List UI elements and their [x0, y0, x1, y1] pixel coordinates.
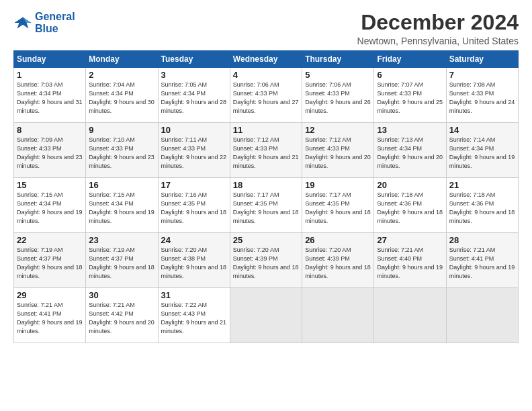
day-info: Sunrise: 7:15 AMSunset: 4:34 PMDaylight:…: [89, 191, 154, 224]
calendar-cell: 22 Sunrise: 7:19 AMSunset: 4:37 PMDaylig…: [14, 233, 86, 288]
day-info: Sunrise: 7:18 AMSunset: 4:36 PMDaylight:…: [377, 191, 443, 224]
day-number: 31: [161, 290, 227, 300]
calendar-cell: 9 Sunrise: 7:10 AMSunset: 4:33 PMDayligh…: [86, 123, 158, 178]
calendar-table: Sunday Monday Tuesday Wednesday Thursday…: [13, 50, 519, 343]
day-number: 2: [89, 70, 154, 80]
col-sunday: Sunday: [14, 51, 86, 68]
day-number: 8: [17, 125, 83, 135]
calendar-cell: 30 Sunrise: 7:21 AMSunset: 4:42 PMDaylig…: [86, 288, 158, 343]
day-number: 30: [89, 290, 154, 300]
day-number: 18: [233, 180, 299, 190]
logo-bird-icon: [13, 13, 32, 32]
day-number: 27: [377, 235, 443, 245]
calendar-cell: [230, 288, 302, 343]
day-info: Sunrise: 7:15 AMSunset: 4:34 PMDaylight:…: [17, 191, 83, 224]
day-info: Sunrise: 7:16 AMSunset: 4:35 PMDaylight:…: [161, 191, 227, 224]
day-number: 3: [161, 70, 227, 80]
day-info: Sunrise: 7:20 AMSunset: 4:39 PMDaylight:…: [233, 246, 299, 279]
day-number: 28: [449, 235, 515, 245]
day-number: 14: [449, 125, 515, 135]
day-number: 13: [377, 125, 443, 135]
calendar-cell: 31 Sunrise: 7:22 AMSunset: 4:43 PMDaylig…: [158, 288, 230, 343]
day-info: Sunrise: 7:20 AMSunset: 4:39 PMDaylight:…: [305, 246, 371, 279]
day-number: 21: [449, 180, 515, 190]
day-number: 17: [161, 180, 227, 190]
calendar-cell: 5 Sunrise: 7:06 AMSunset: 4:33 PMDayligh…: [302, 68, 374, 123]
calendar-cell: 13 Sunrise: 7:13 AMSunset: 4:34 PMDaylig…: [374, 123, 446, 178]
calendar-week-3: 15 Sunrise: 7:15 AMSunset: 4:34 PMDaylig…: [14, 178, 519, 233]
day-number: 22: [17, 235, 83, 245]
calendar-cell: 4 Sunrise: 7:06 AMSunset: 4:33 PMDayligh…: [230, 68, 302, 123]
day-info: Sunrise: 7:21 AMSunset: 4:42 PMDaylight:…: [89, 302, 154, 334]
calendar-cell: 28 Sunrise: 7:21 AMSunset: 4:41 PMDaylig…: [446, 233, 518, 288]
day-info: Sunrise: 7:07 AMSunset: 4:33 PMDaylight:…: [377, 81, 443, 114]
logo-text: General Blue: [35, 11, 75, 34]
logo: General Blue: [13, 11, 75, 34]
day-info: Sunrise: 7:21 AMSunset: 4:40 PMDaylight:…: [377, 246, 443, 279]
col-saturday: Saturday: [446, 51, 518, 68]
calendar-cell: 3 Sunrise: 7:05 AMSunset: 4:34 PMDayligh…: [158, 68, 230, 123]
day-info: Sunrise: 7:21 AMSunset: 4:41 PMDaylight:…: [17, 302, 83, 334]
calendar-cell: 21 Sunrise: 7:18 AMSunset: 4:36 PMDaylig…: [446, 178, 518, 233]
calendar-cell: 12 Sunrise: 7:12 AMSunset: 4:33 PMDaylig…: [302, 123, 374, 178]
col-tuesday: Tuesday: [158, 51, 230, 68]
calendar-cell: 23 Sunrise: 7:19 AMSunset: 4:37 PMDaylig…: [86, 233, 158, 288]
calendar-cell: [374, 288, 446, 343]
col-thursday: Thursday: [302, 51, 374, 68]
calendar-week-2: 8 Sunrise: 7:09 AMSunset: 4:33 PMDayligh…: [14, 123, 519, 178]
day-info: Sunrise: 7:05 AMSunset: 4:34 PMDaylight:…: [161, 81, 227, 114]
calendar-page: General Blue December 2024 Newtown, Penn…: [0, 0, 532, 411]
calendar-cell: 8 Sunrise: 7:09 AMSunset: 4:33 PMDayligh…: [14, 123, 86, 178]
day-number: 24: [161, 235, 227, 245]
day-info: Sunrise: 7:18 AMSunset: 4:36 PMDaylight:…: [449, 191, 515, 224]
location: Newtown, Pennsylvania, United States: [357, 36, 519, 46]
calendar-cell: 6 Sunrise: 7:07 AMSunset: 4:33 PMDayligh…: [374, 68, 446, 123]
day-number: 7: [449, 70, 515, 80]
day-number: 4: [233, 70, 299, 80]
day-number: 25: [233, 235, 299, 245]
calendar-week-4: 22 Sunrise: 7:19 AMSunset: 4:37 PMDaylig…: [14, 233, 519, 288]
day-info: Sunrise: 7:08 AMSunset: 4:33 PMDaylight:…: [449, 81, 515, 114]
col-monday: Monday: [86, 51, 158, 68]
day-info: Sunrise: 7:12 AMSunset: 4:33 PMDaylight:…: [305, 136, 371, 169]
calendar-cell: 2 Sunrise: 7:04 AMSunset: 4:34 PMDayligh…: [86, 68, 158, 123]
day-number: 10: [161, 125, 227, 135]
day-number: 29: [17, 290, 83, 300]
calendar-cell: [446, 288, 518, 343]
day-info: Sunrise: 7:19 AMSunset: 4:37 PMDaylight:…: [17, 246, 83, 279]
calendar-week-1: 1 Sunrise: 7:03 AMSunset: 4:34 PMDayligh…: [14, 68, 519, 123]
day-info: Sunrise: 7:20 AMSunset: 4:38 PMDaylight:…: [161, 246, 227, 279]
day-number: 12: [305, 125, 371, 135]
calendar-cell: 1 Sunrise: 7:03 AMSunset: 4:34 PMDayligh…: [14, 68, 86, 123]
calendar-cell: 24 Sunrise: 7:20 AMSunset: 4:38 PMDaylig…: [158, 233, 230, 288]
calendar-cell: 27 Sunrise: 7:21 AMSunset: 4:40 PMDaylig…: [374, 233, 446, 288]
header-row: Sunday Monday Tuesday Wednesday Thursday…: [14, 51, 519, 68]
day-number: 19: [305, 180, 371, 190]
calendar-cell: 20 Sunrise: 7:18 AMSunset: 4:36 PMDaylig…: [374, 178, 446, 233]
day-number: 6: [377, 70, 443, 80]
calendar-cell: [302, 288, 374, 343]
calendar-cell: 11 Sunrise: 7:12 AMSunset: 4:33 PMDaylig…: [230, 123, 302, 178]
day-info: Sunrise: 7:06 AMSunset: 4:33 PMDaylight:…: [233, 81, 299, 114]
day-info: Sunrise: 7:17 AMSunset: 4:35 PMDaylight:…: [233, 191, 299, 224]
day-info: Sunrise: 7:22 AMSunset: 4:43 PMDaylight:…: [161, 302, 227, 334]
calendar-cell: 16 Sunrise: 7:15 AMSunset: 4:34 PMDaylig…: [86, 178, 158, 233]
day-info: Sunrise: 7:13 AMSunset: 4:34 PMDaylight:…: [377, 136, 443, 169]
day-info: Sunrise: 7:11 AMSunset: 4:33 PMDaylight:…: [161, 136, 227, 169]
month-title: December 2024: [357, 11, 519, 34]
day-info: Sunrise: 7:12 AMSunset: 4:33 PMDaylight:…: [233, 136, 299, 169]
day-info: Sunrise: 7:03 AMSunset: 4:34 PMDaylight:…: [17, 81, 83, 114]
col-friday: Friday: [374, 51, 446, 68]
calendar-cell: 15 Sunrise: 7:15 AMSunset: 4:34 PMDaylig…: [14, 178, 86, 233]
calendar-cell: 17 Sunrise: 7:16 AMSunset: 4:35 PMDaylig…: [158, 178, 230, 233]
header: General Blue December 2024 Newtown, Penn…: [13, 11, 519, 46]
day-info: Sunrise: 7:04 AMSunset: 4:34 PMDaylight:…: [89, 81, 154, 114]
day-info: Sunrise: 7:17 AMSunset: 4:35 PMDaylight:…: [305, 191, 371, 224]
col-wednesday: Wednesday: [230, 51, 302, 68]
day-number: 9: [89, 125, 154, 135]
title-block: December 2024 Newtown, Pennsylvania, Uni…: [357, 11, 519, 46]
calendar-cell: 26 Sunrise: 7:20 AMSunset: 4:39 PMDaylig…: [302, 233, 374, 288]
day-info: Sunrise: 7:21 AMSunset: 4:41 PMDaylight:…: [449, 246, 515, 279]
day-number: 1: [17, 70, 83, 80]
calendar-cell: 19 Sunrise: 7:17 AMSunset: 4:35 PMDaylig…: [302, 178, 374, 233]
